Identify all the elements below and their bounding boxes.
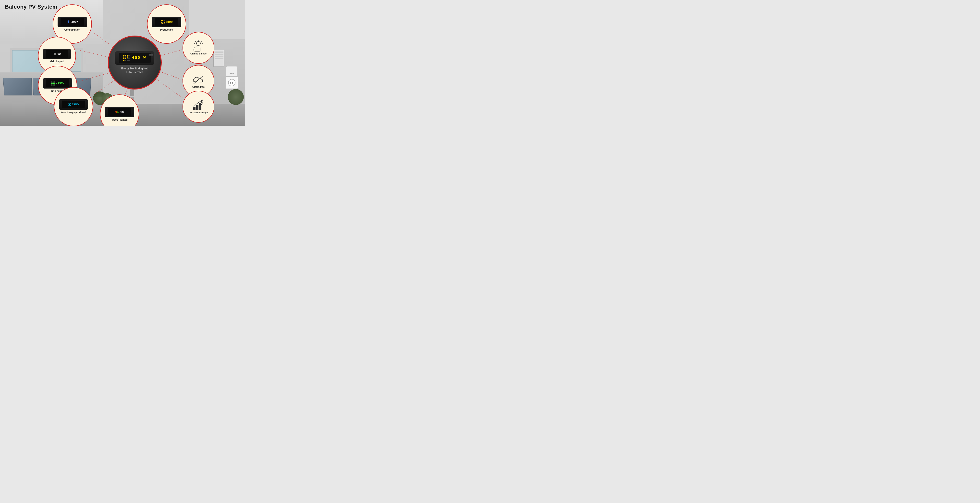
trees-planted-label: Trees Planted [111, 118, 127, 121]
production-device: 450W [152, 17, 181, 27]
total-energy-circle: 850KW Total Energy produced [54, 87, 93, 126]
grid-import-label: Grid import [50, 60, 64, 63]
svg-line-19 [201, 41, 202, 42]
hub-device: 450 W [115, 51, 154, 65]
bush-right [228, 89, 244, 105]
hub-circle: 450 W Energy Monitoring Hub LaMetric TIM… [108, 35, 162, 89]
svg-marker-10 [53, 53, 56, 54]
svg-line-21 [195, 41, 196, 42]
svg-point-15 [196, 42, 200, 45]
cloud-free-label: Cloud-free [192, 86, 205, 88]
production-display: 450W [155, 18, 178, 26]
power-outlet [225, 76, 238, 89]
consumption-device: 300W [57, 17, 87, 27]
grid-export-device: -150W [43, 78, 72, 89]
total-energy-label: Total Energy produced [61, 111, 86, 114]
svg-rect-25 [196, 105, 199, 110]
svg-rect-26 [199, 103, 201, 110]
chart-lightning-icon [192, 99, 205, 111]
hub-display: 450 W [119, 53, 151, 63]
main-scene: Shelly Balcony PV System [0, 0, 245, 126]
consumption-label: Consumption [64, 29, 80, 31]
production-label: Production [160, 29, 173, 31]
trees-planted-display: 10 [108, 108, 131, 116]
svg-line-23 [194, 76, 203, 84]
grid-import-display: 0W [46, 50, 68, 57]
grid-export-display: -150W [46, 80, 69, 87]
production-circle: 450W Production [147, 5, 186, 44]
hub-label: Energy Monitoring Hub LaMetric TIME [121, 67, 148, 74]
consumption-display: 300W [60, 18, 84, 26]
years-storage-label: 10 Years Storage [189, 111, 208, 114]
electrical-box [213, 50, 224, 67]
total-energy-display: 850KW [62, 101, 85, 109]
total-energy-device: 850KW [59, 99, 88, 110]
cloud-slash-icon [192, 74, 205, 86]
svg-point-13 [117, 112, 119, 113]
svg-rect-14 [117, 113, 117, 114]
years-storage-circle: 10 Years Storage [183, 91, 215, 123]
grid-import-device: 0W [43, 49, 71, 59]
glance-save-circle: Glance & Save [183, 32, 215, 64]
glance-save-label: Glance & Save [190, 52, 207, 55]
trees-planted-device: 10 [105, 107, 134, 117]
lightbulb-hand-icon [192, 40, 205, 52]
page-title: Balcony PV System [5, 4, 57, 10]
